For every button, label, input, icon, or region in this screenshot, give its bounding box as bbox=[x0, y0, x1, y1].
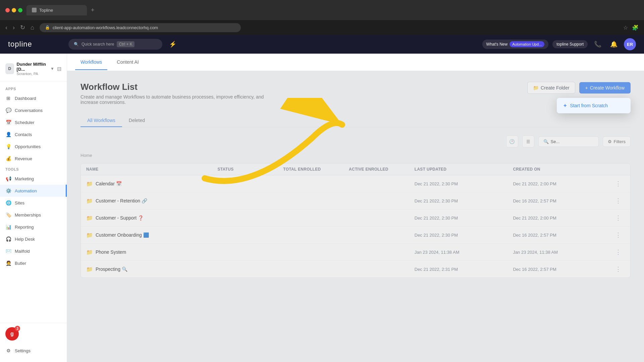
sidebar-item-sites[interactable]: 🌐 Sites bbox=[0, 197, 67, 209]
start-from-scratch-option[interactable]: + Start from Scratch bbox=[557, 98, 631, 113]
row-last-updated: Dec 21 2022, 2:30 PM bbox=[415, 216, 513, 221]
sidebar-item-opportunities[interactable]: 💡 Opportunities bbox=[0, 140, 67, 153]
tab-all-workflows[interactable]: All Workflows bbox=[80, 114, 122, 127]
browser-tab[interactable]: Topline bbox=[26, 5, 87, 15]
phone-icon-button[interactable]: 📞 bbox=[592, 38, 604, 50]
support-button[interactable]: topline Support bbox=[552, 40, 588, 48]
row-last-updated: Dec 21 2022, 2:30 PM bbox=[415, 233, 513, 238]
page-description: Create and manage Workflows to automate … bbox=[80, 94, 282, 105]
clock-view-button[interactable]: 🕐 bbox=[506, 135, 518, 147]
sidebar-item-dashboard[interactable]: ⊞ Dashboard bbox=[0, 92, 67, 104]
global-search[interactable]: 🔍 Quick search here Ctrl + K bbox=[68, 39, 162, 50]
memberships-icon: 🏷️ bbox=[5, 212, 11, 218]
tab-deleted[interactable]: Deleted bbox=[122, 114, 152, 127]
apps-section-label: Apps bbox=[0, 84, 67, 92]
row-more-button[interactable]: ⋮ bbox=[611, 197, 625, 204]
sidebar-item-memberships[interactable]: 🏷️ Memberships bbox=[0, 209, 67, 221]
sidebar-item-label: Settings bbox=[15, 348, 31, 353]
row-created-on: Dec 21 2022, 2:00 PM bbox=[513, 216, 611, 221]
row-more-button[interactable]: ⋮ bbox=[611, 231, 625, 239]
browser-title-bar: Topline + bbox=[0, 0, 644, 20]
main-content: Workflow List Create and manage Workflow… bbox=[67, 71, 644, 362]
list-view-button[interactable]: ☰ bbox=[522, 135, 534, 147]
lightning-icon: ⚡ bbox=[169, 41, 176, 48]
sidebar-item-butler[interactable]: 🤵 Butler bbox=[0, 257, 67, 269]
tab-content-ai[interactable]: Content AI bbox=[111, 55, 144, 70]
extensions-icon[interactable]: 🧩 bbox=[632, 24, 639, 31]
row-created-on: Dec 16 2022, 2:57 PM bbox=[513, 267, 611, 272]
filters-button[interactable]: ⚙ Filters bbox=[603, 136, 631, 147]
main-area: Workflows Content AI Workflow List Creat… bbox=[67, 54, 644, 362]
scheduler-icon: 📅 bbox=[5, 119, 11, 125]
row-name-customer-retention: 📁 Customer - Retention 🔗 bbox=[86, 198, 218, 204]
tools-section-label: Tools bbox=[0, 165, 67, 173]
col-active: Active Enrolled bbox=[349, 167, 415, 172]
conversations-icon: 💬 bbox=[5, 107, 11, 113]
mailfold-icon: ✉️ bbox=[5, 248, 11, 254]
row-created-on: Jan 23 2024, 11:38 AM bbox=[513, 250, 611, 255]
sidebar-item-settings[interactable]: ⚙ Settings bbox=[0, 345, 67, 357]
sidebar-item-label: Opportunities bbox=[15, 144, 41, 149]
sidebar-item-marketing[interactable]: 📢 Marketing bbox=[0, 173, 67, 185]
sidebar-item-label: Scheduler bbox=[15, 120, 35, 125]
row-last-updated: Dec 21 2022, 2:30 PM bbox=[415, 198, 513, 203]
url-bar[interactable]: 🔒 client-app-automation-workflows.leadco… bbox=[40, 23, 241, 32]
url-text: client-app-automation-workflows.leadconn… bbox=[53, 25, 158, 30]
sidebar-item-label: Marketing bbox=[15, 176, 34, 181]
folder-icon: 📁 bbox=[86, 266, 93, 273]
sidebar-item-helpdesk[interactable]: 🎧 Help Desk bbox=[0, 233, 67, 245]
sidebar-item-automation[interactable]: ⚙️ Automation bbox=[0, 185, 67, 197]
minimize-dot[interactable] bbox=[12, 8, 16, 12]
tab-workflows[interactable]: Workflows bbox=[75, 55, 107, 70]
sidebar-item-label: Sites bbox=[15, 200, 24, 205]
revenue-icon: 💰 bbox=[5, 156, 11, 162]
helpdesk-icon: 🎧 bbox=[5, 236, 11, 242]
maximize-dot[interactable] bbox=[18, 8, 22, 12]
sidebar-item-scheduler[interactable]: 📅 Scheduler bbox=[0, 116, 67, 128]
reload-button[interactable]: ↻ bbox=[20, 24, 25, 31]
user-avatar[interactable]: ER bbox=[624, 38, 636, 50]
folder-icon: 📁 bbox=[86, 232, 93, 238]
contacts-icon: 👤 bbox=[5, 131, 11, 137]
forward-button[interactable]: › bbox=[13, 24, 15, 31]
sidebar-item-label: Help Desk bbox=[15, 237, 35, 242]
sidebar-collapse-button[interactable]: ⊟ bbox=[57, 66, 61, 72]
bookmark-icon[interactable]: ☆ bbox=[623, 24, 628, 31]
sidebar-item-revenue[interactable]: 💰 Revenue bbox=[0, 153, 67, 165]
row-more-button[interactable]: ⋮ bbox=[611, 180, 625, 187]
sidebar-item-conversations[interactable]: 💬 Conversations bbox=[0, 104, 67, 116]
row-name-customer-support: 📁 Customer - Support ❓ bbox=[86, 215, 218, 221]
workflow-search[interactable]: 🔍 Se... bbox=[538, 136, 599, 147]
row-created-on: Dec 16 2022, 2:57 PM bbox=[513, 233, 611, 238]
col-last-updated: Last Updated bbox=[415, 167, 513, 172]
back-button[interactable]: ‹ bbox=[5, 24, 7, 31]
row-name-customer-onboarding: 📁 Customer Onboarding 🟦 bbox=[86, 232, 218, 238]
notification-bell[interactable]: 🔔 bbox=[608, 38, 620, 50]
create-folder-button[interactable]: 📁 Create Folder bbox=[527, 82, 575, 94]
org-selector[interactable]: D Dunder Mifflin [D... Scranton, PA ▼ ⊟ bbox=[0, 59, 67, 81]
new-tab-button[interactable]: + bbox=[91, 7, 95, 14]
workflow-table: Name Status Total Enrolled Active Enroll… bbox=[80, 163, 631, 278]
table-row: 📁 Phone System Jan 23 2024, 11:38 AM Jan… bbox=[81, 244, 630, 261]
browser-action-icons: ☆ 🧩 bbox=[623, 24, 639, 31]
filter-icon: ⚙ bbox=[608, 139, 612, 144]
table-header: Name Status Total Enrolled Active Enroll… bbox=[81, 164, 630, 175]
sidebar-item-reporting[interactable]: 📊 Reporting bbox=[0, 221, 67, 233]
org-chevron-icon: ▼ bbox=[50, 66, 54, 71]
sidebar-item-mailfold[interactable]: ✉️ Mailfold bbox=[0, 245, 67, 257]
row-more-button[interactable]: ⋮ bbox=[611, 265, 625, 273]
home-button[interactable]: ⌂ bbox=[31, 24, 34, 31]
row-more-button[interactable]: ⋮ bbox=[611, 214, 625, 222]
folder-icon: 📁 bbox=[86, 215, 93, 221]
sidebar-item-label: Revenue bbox=[15, 156, 32, 161]
sidebar-item-label: Conversations bbox=[15, 108, 43, 113]
dashboard-icon: ⊞ bbox=[5, 95, 11, 101]
create-workflow-button[interactable]: + Create Workflow bbox=[579, 82, 631, 94]
close-dot[interactable] bbox=[5, 8, 10, 12]
guidde-profile[interactable]: g 3 bbox=[0, 323, 67, 345]
header-actions: 📁 Create Folder + Create Workflow bbox=[527, 82, 631, 94]
row-more-button[interactable]: ⋮ bbox=[611, 248, 625, 256]
whats-new-button[interactable]: What's New Automation Upd... bbox=[482, 40, 549, 49]
table-row: 📁 Prospecting 🔍 Dec 21 2022, 2:31 PM Dec… bbox=[81, 261, 630, 278]
sidebar-item-contacts[interactable]: 👤 Contacts bbox=[0, 128, 67, 140]
